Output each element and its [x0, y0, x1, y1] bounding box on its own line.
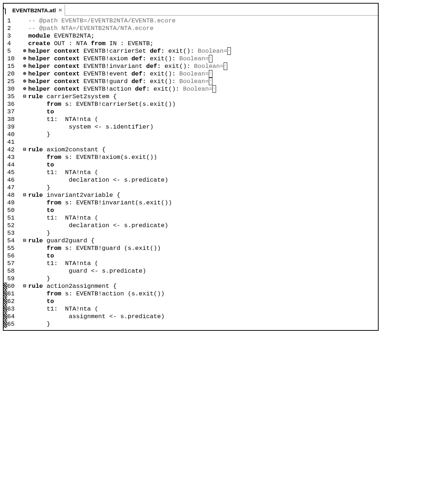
- fold-toggle[interactable]: ⊕: [23, 78, 28, 85]
- code-line[interactable]: helper context EVENTB!event def: exit():…: [28, 70, 378, 78]
- code-line[interactable]: -- @path EVENTB=/EVENTB2NTA/EVENTB.ecore: [28, 17, 378, 25]
- code-line[interactable]: t1: NTA!nta (: [28, 169, 378, 176]
- line-number: 50: [7, 207, 22, 214]
- change-marker: [4, 252, 7, 260]
- change-marker: [4, 40, 7, 47]
- fold-toggle: [23, 298, 28, 305]
- file-icon: [5, 7, 11, 13]
- change-marker: [4, 85, 7, 93]
- fold-toggle[interactable]: ⊕: [23, 47, 28, 55]
- fold-toggle: [23, 153, 28, 161]
- code-line[interactable]: to: [28, 207, 378, 214]
- line-number: 49: [7, 199, 22, 207]
- code-line[interactable]: }: [28, 184, 378, 191]
- code-line[interactable]: }: [28, 320, 378, 328]
- tab-eventb2nta[interactable]: EVENTB2NTA.atl ✕: [4, 5, 65, 16]
- code-line[interactable]: t1: NTA!nta (: [28, 214, 378, 222]
- code-line[interactable]: from s: EVENTB!invariant(s.exit()): [28, 199, 378, 207]
- change-marker: [4, 93, 7, 100]
- change-marker: [4, 237, 7, 244]
- code-line[interactable]: to: [28, 298, 378, 305]
- fold-toggle: [23, 267, 28, 275]
- code-line[interactable]: rule guard2guard {: [28, 237, 378, 244]
- code-line[interactable]: to: [28, 252, 378, 260]
- fold-toggle[interactable]: ⊟: [23, 93, 28, 100]
- change-marker: [4, 116, 7, 123]
- change-marker: [4, 290, 7, 298]
- close-icon[interactable]: ✕: [58, 7, 63, 13]
- code-line[interactable]: helper context EVENTB!action def: exit()…: [28, 85, 378, 93]
- fold-toggle: [23, 116, 28, 123]
- code-line[interactable]: rule carrierSet2system {: [28, 93, 378, 100]
- code-line[interactable]: rule axiom2constant {: [28, 146, 378, 153]
- fold-toggle[interactable]: ⊕: [23, 62, 28, 70]
- line-number: 39: [7, 123, 22, 131]
- code-line[interactable]: from s: EVENTB!guard (s.exit()): [28, 244, 378, 252]
- change-marker: [4, 320, 7, 328]
- code-line[interactable]: system <- s.identifier): [28, 123, 378, 131]
- change-marker: [4, 100, 7, 108]
- change-marker: [4, 70, 7, 78]
- code-line[interactable]: -- @path NTA=/EVENTB2NTA/NTA.ecore: [28, 25, 378, 32]
- line-number: 30: [7, 85, 22, 93]
- code-line[interactable]: }: [28, 275, 378, 282]
- editor-window: EVENTB2NTA.atl ✕ 12345101520253035363738…: [3, 3, 379, 331]
- line-number: 37: [7, 108, 22, 116]
- change-marker: [4, 32, 7, 40]
- code-line[interactable]: helper context EVENTB!axiom def: exit():…: [28, 55, 378, 62]
- fold-toggle[interactable]: ⊟: [23, 237, 28, 244]
- change-marker: [4, 153, 7, 161]
- change-marker: [4, 184, 7, 191]
- line-number: 1: [7, 17, 22, 25]
- change-marker: [4, 199, 7, 207]
- line-number: 47: [7, 184, 22, 191]
- code-line[interactable]: create OUT : NTA from IN : EVENTB;: [28, 40, 378, 47]
- change-marker: [4, 176, 7, 184]
- code-line[interactable]: rule action2assignment {: [28, 282, 378, 290]
- code-line[interactable]: from s: EVENTB!action (s.exit()): [28, 290, 378, 298]
- code-line[interactable]: guard <- s.predicate): [28, 267, 378, 275]
- fold-toggle: [23, 229, 28, 237]
- code-line[interactable]: declaration <- s.predicate): [28, 176, 378, 184]
- fold-toggle[interactable]: ⊟: [23, 191, 28, 199]
- code-line[interactable]: rule invariant2variable {: [28, 191, 378, 199]
- fold-toggle: [23, 108, 28, 116]
- fold-toggle[interactable]: ⊕: [23, 70, 28, 78]
- fold-toggle[interactable]: ⊕: [23, 85, 28, 93]
- code-line[interactable]: t1: NTA!nta (: [28, 260, 378, 267]
- code-line[interactable]: module EVENTB2NTA;: [28, 32, 378, 40]
- code-line[interactable]: [28, 138, 378, 146]
- code-line[interactable]: }: [28, 131, 378, 138]
- line-number: 53: [7, 229, 22, 237]
- line-number: 35: [7, 93, 22, 100]
- code-line[interactable]: to: [28, 108, 378, 116]
- line-number: 40: [7, 131, 22, 138]
- line-number: 46: [7, 176, 22, 184]
- change-marker: [4, 55, 7, 62]
- fold-toggle: [23, 40, 28, 47]
- fold-toggle[interactable]: ⊟: [23, 282, 28, 290]
- line-number: 48: [7, 191, 22, 199]
- code-line[interactable]: helper context EVENTB!carrierSet def: ex…: [28, 47, 378, 55]
- code-line[interactable]: helper context EVENTB!invariant def: exi…: [28, 62, 378, 70]
- change-marker: [4, 229, 7, 237]
- line-number: 51: [7, 214, 22, 222]
- code-editor[interactable]: 1234510152025303536373839404142434445464…: [4, 16, 378, 330]
- code-line[interactable]: t1: NTA!nta (: [28, 116, 378, 123]
- code-line[interactable]: declaration <- s.predicate): [28, 222, 378, 229]
- change-marker: [4, 313, 7, 320]
- fold-toggle[interactable]: ⊟: [23, 146, 28, 153]
- change-marker: [4, 25, 7, 32]
- code-line[interactable]: helper context EVENTB!guard def: exit():…: [28, 78, 378, 85]
- line-number: 57: [7, 260, 22, 267]
- fold-toggle: [23, 214, 28, 222]
- code-line[interactable]: from s: EVENTB!axiom(s.exit()): [28, 153, 378, 161]
- code-line[interactable]: }: [28, 229, 378, 237]
- code-line[interactable]: t1: NTA!nta (: [28, 305, 378, 313]
- fold-toggle: [23, 252, 28, 260]
- code-line[interactable]: to: [28, 161, 378, 169]
- code-line[interactable]: from s: EVENTB!carrierSet(s.exit()): [28, 100, 378, 108]
- line-number: 56: [7, 252, 22, 260]
- fold-toggle[interactable]: ⊕: [23, 55, 28, 62]
- code-line[interactable]: assignment <- s.predicate): [28, 313, 378, 320]
